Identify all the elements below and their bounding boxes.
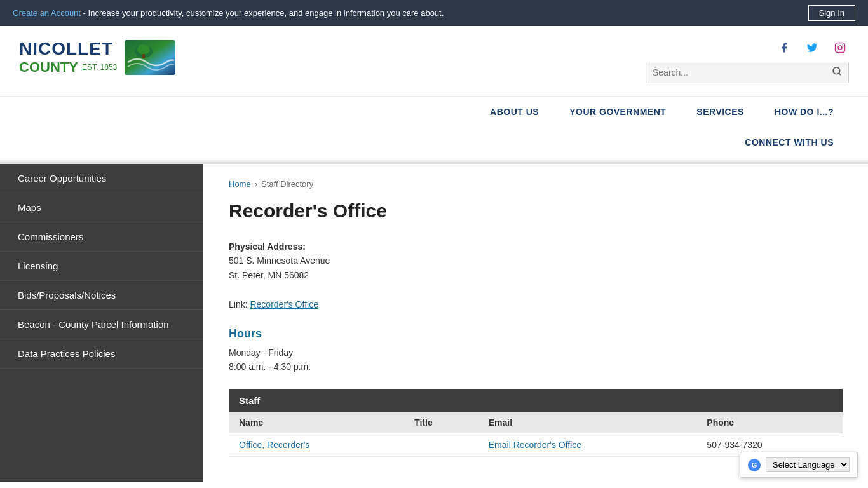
twitter-icon[interactable]	[803, 39, 821, 57]
address-line2: St. Peter, MN 56082	[229, 268, 843, 282]
nav-about-us[interactable]: ABOUT US	[475, 97, 554, 127]
language-select[interactable]: Select Language English Spanish French G…	[766, 458, 850, 472]
nav-how-do-i[interactable]: HOW DO I...?	[759, 97, 849, 127]
breadcrumb-separator: ›	[255, 179, 257, 189]
svg-rect-4	[836, 43, 845, 53]
logo-nicollet: NICOLLET	[19, 39, 117, 59]
hours-days: Monday - Friday	[229, 346, 843, 360]
sidebar-item-maps[interactable]: Maps	[0, 193, 203, 222]
nav-row2: CONNECT WITH US	[19, 127, 849, 160]
header-right	[646, 39, 849, 83]
staff-email-cell: Email Recorder's Office	[478, 433, 697, 457]
address-section: Physical Address: 501 S. Minnesota Avenu…	[229, 240, 843, 282]
svg-rect-3	[142, 54, 145, 58]
logo-county: COUNTY	[19, 59, 78, 76]
search-input[interactable]	[653, 67, 832, 78]
breadcrumb: Home › Staff Directory	[229, 179, 843, 189]
sidebar: Career Opportunities Maps Commissioners …	[0, 164, 203, 482]
main-layout: Career Opportunities Maps Commissioners …	[0, 164, 868, 482]
search-bar	[646, 62, 849, 83]
address-line1: 501 S. Minnesota Avenue	[229, 254, 843, 268]
staff-section-header: Staff	[229, 389, 843, 412]
col-email: Email	[478, 412, 697, 433]
breadcrumb-home[interactable]: Home	[229, 179, 251, 189]
col-title: Title	[404, 412, 478, 433]
staff-table: Staff Name Title Email Phone Office, Rec…	[229, 389, 843, 457]
col-name: Name	[229, 412, 404, 433]
hours-title: Hours	[229, 327, 843, 341]
social-icons	[775, 39, 849, 57]
search-button[interactable]	[832, 66, 842, 79]
header: NICOLLET COUNTY EST. 1853	[0, 26, 868, 97]
nav-services[interactable]: SERVICES	[681, 97, 759, 127]
nav-bar: ABOUT US YOUR GOVERNMENT SERVICES HOW DO…	[0, 97, 868, 162]
sidebar-item-beacon[interactable]: Beacon - County Parcel Information	[0, 310, 203, 339]
create-account-link[interactable]: Create an Account	[13, 8, 81, 18]
staff-name-link[interactable]: Office, Recorder's	[239, 440, 309, 450]
page-title: Recorder's Office	[229, 200, 843, 224]
sidebar-item-data-practices[interactable]: Data Practices Policies	[0, 339, 203, 369]
nav-connect-with-us[interactable]: CONNECT WITH US	[729, 127, 849, 158]
staff-email-link[interactable]: Email Recorder's Office	[489, 440, 581, 450]
google-g-icon: G	[748, 459, 761, 471]
staff-name-cell: Office, Recorder's	[229, 433, 404, 457]
link-label: Link:	[229, 299, 250, 309]
logo-text: NICOLLET COUNTY EST. 1853	[19, 39, 117, 76]
recorders-office-link[interactable]: Recorder's Office	[250, 299, 318, 309]
sign-in-button[interactable]: Sign In	[808, 5, 855, 21]
sidebar-item-commissioners[interactable]: Commissioners	[0, 222, 203, 252]
nav-your-government[interactable]: YOUR GOVERNMENT	[554, 97, 681, 127]
svg-line-8	[839, 73, 841, 75]
sidebar-item-licensing[interactable]: Licensing	[0, 252, 203, 281]
link-section: Link: Recorder's Office	[229, 297, 843, 311]
sidebar-item-bids[interactable]: Bids/Proposals/Notices	[0, 281, 203, 310]
instagram-icon[interactable]	[831, 39, 849, 57]
staff-table-header: Staff	[229, 389, 843, 412]
address-label: Physical Address:	[229, 241, 306, 252]
col-phone: Phone	[696, 412, 843, 433]
svg-point-6	[842, 44, 843, 46]
top-bar: Create an Account - Increase your produc…	[0, 0, 868, 26]
topbar-cta-text: - Increase your productivity, customize …	[83, 8, 444, 18]
translate-widget: G Select Language English Spanish French…	[740, 452, 858, 478]
breadcrumb-current: Staff Directory	[261, 179, 313, 189]
staff-title-cell	[404, 433, 478, 457]
svg-point-7	[833, 67, 840, 74]
staff-table-col-headers: Name Title Email Phone	[229, 412, 843, 433]
svg-rect-0	[125, 40, 175, 75]
logo-graphic	[125, 40, 175, 75]
facebook-icon[interactable]	[775, 39, 793, 57]
hours-time: 8:00 a.m. - 4:30 p.m.	[229, 360, 843, 374]
nav-main: ABOUT US YOUR GOVERNMENT SERVICES HOW DO…	[19, 97, 849, 127]
svg-point-2	[137, 44, 150, 55]
logo-est: EST. 1853	[82, 63, 117, 72]
content-area: Home › Staff Directory Recorder's Office…	[203, 164, 868, 482]
svg-point-5	[838, 46, 842, 50]
sidebar-item-career[interactable]: Career Opportunities	[0, 164, 203, 193]
hours-section: Hours Monday - Friday 8:00 a.m. - 4:30 p…	[229, 327, 843, 374]
logo-area: NICOLLET COUNTY EST. 1853	[19, 39, 175, 76]
